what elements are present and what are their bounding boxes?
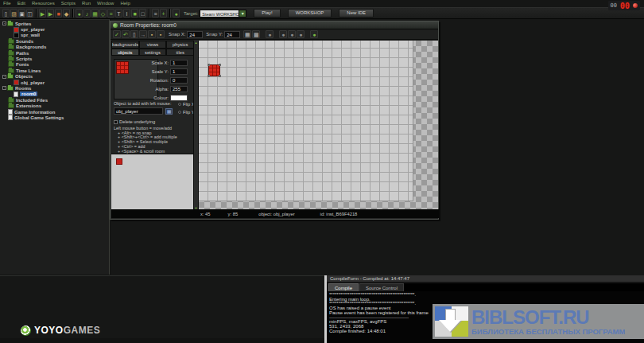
selection-handle[interactable] (219, 75, 221, 77)
flip-x-toggle[interactable]: Flip X (178, 102, 195, 107)
stop-icon[interactable]: ■ (55, 9, 62, 18)
create-font-icon[interactable]: T (115, 9, 122, 18)
tab-physics[interactable]: physics (166, 41, 194, 49)
create-path-icon[interactable]: ◇ (99, 9, 107, 18)
new-file-icon[interactable]: ▯ (2, 9, 10, 18)
rotation-input[interactable]: 0 (170, 77, 188, 84)
run-icon[interactable]: ▶ (39, 9, 46, 18)
target-select[interactable]: Steam WORKSHOP (200, 10, 239, 18)
menu-run[interactable]: Run (82, 1, 91, 6)
workshop-button[interactable]: WORKSHOP (288, 9, 332, 18)
colour-swatch[interactable] (170, 95, 188, 101)
menu-help[interactable]: Help (120, 1, 130, 6)
tree-item-extensions[interactable]: Extensions (0, 103, 109, 108)
create-sprite-icon[interactable]: ● (76, 9, 83, 18)
flip-y-toggle[interactable]: Flip Y (178, 110, 195, 115)
tree-item-scripts[interactable]: Scripts (0, 56, 109, 61)
open-project-icon[interactable]: ▨ (10, 9, 17, 18)
object-picker-icon[interactable]: ▦ (165, 108, 173, 115)
confirm-icon[interactable]: ✓ (113, 30, 121, 38)
tab-compile[interactable]: Compile (328, 283, 359, 291)
show-views-icon[interactable]: ● (297, 30, 305, 38)
package-icon[interactable]: ◆ (63, 9, 70, 18)
show-objects-icon[interactable]: ● (266, 30, 274, 38)
help-icon[interactable]: ● (173, 9, 180, 18)
snap-x-input[interactable]: 24 (187, 31, 203, 38)
add-resource-icon[interactable]: + (160, 9, 167, 18)
save-icon[interactable]: ▣ (18, 9, 25, 18)
lock-icon[interactable]: ▪ (148, 30, 156, 38)
new-ide-button[interactable]: New IDE (339, 9, 374, 18)
tree-item-included-files[interactable]: Included Files (0, 97, 109, 103)
tree-item-time-lines[interactable]: Time Lines (0, 68, 109, 73)
tab-tiles[interactable]: tiles (166, 49, 194, 57)
tree-item-paths[interactable]: Paths (0, 50, 109, 56)
debug-icon[interactable]: ▶ (47, 9, 54, 18)
create-script-icon[interactable]: ≡ (107, 9, 114, 18)
menu-window[interactable]: Window (97, 1, 114, 6)
tree-item-sprites[interactable]: - Sprites (0, 21, 109, 26)
play-button[interactable]: Play! (254, 9, 280, 18)
menu-file[interactable]: File (3, 1, 11, 6)
create-background-icon[interactable]: ▦ (91, 9, 99, 18)
selection-handle[interactable] (219, 64, 221, 66)
panel-scrollbar[interactable]: ▲ ▼ (193, 41, 198, 210)
placed-instance-obj-player[interactable] (208, 64, 220, 76)
selection-handle[interactable] (208, 64, 210, 66)
chevron-down-icon[interactable]: ▾ (239, 10, 246, 18)
unlock-icon[interactable]: ▪ (157, 30, 165, 38)
room-grid[interactable] (199, 41, 413, 201)
tree-item-objects[interactable]: - Objects (0, 74, 109, 80)
object-thumbnail[interactable] (116, 158, 122, 165)
collapse-icon[interactable]: - (2, 86, 6, 90)
menu-resources[interactable]: Resources (32, 1, 55, 6)
tree-item-obj-player[interactable]: obj_player (0, 80, 109, 85)
menu-edit[interactable]: Edit (17, 1, 25, 6)
create-timeline-icon[interactable]: I (123, 9, 130, 18)
scale-y-input[interactable]: 1 (170, 68, 188, 75)
object-list-area[interactable] (111, 154, 194, 210)
tab-backgrounds[interactable]: backgrounds (111, 41, 139, 49)
tab-objects[interactable]: objects (111, 49, 139, 57)
folder-icon (8, 39, 14, 44)
object-to-add-input[interactable]: obj_player (114, 107, 163, 115)
collapse-icon[interactable]: - (2, 21, 6, 25)
tree-item-sounds[interactable]: Sounds (0, 38, 109, 44)
download-arrow-icon (435, 306, 468, 337)
tab-source-control[interactable]: Source Control (359, 283, 404, 291)
tree-item-room0[interactable]: room0 (0, 92, 109, 97)
snap-y-input[interactable]: 24 (224, 31, 240, 38)
scroll-up-icon[interactable]: ▲ (194, 41, 198, 45)
show-backgrounds-icon[interactable]: ● (288, 30, 296, 38)
tree-item-global-game-settings[interactable]: Global Game Settings (0, 115, 109, 120)
tab-settings[interactable]: settings (139, 49, 167, 57)
delete-underlying-checkbox[interactable]: Delete underlying (114, 119, 155, 124)
tree-item-backgrounds[interactable]: Backgrounds (0, 45, 109, 50)
clear-room-icon[interactable]: ▯ (130, 30, 138, 38)
alpha-input[interactable]: 255 (170, 86, 188, 92)
undo-icon[interactable]: ↶ (122, 30, 130, 38)
scale-x-input[interactable]: 1 (170, 60, 188, 66)
collapse-icon[interactable]: - (2, 75, 6, 79)
checkbox-icon (114, 120, 118, 124)
create-room-icon[interactable]: □ (139, 9, 146, 18)
menu-scripts[interactable]: Scripts (61, 1, 76, 6)
list-icon[interactable]: ≡ (152, 9, 159, 18)
tree-item-spr-wall[interactable]: spr_wall (0, 33, 109, 38)
tree-item-spr-player[interactable]: spr_player (0, 26, 109, 32)
tree-item-game-information[interactable]: Game Information (0, 109, 109, 115)
create-sound-icon[interactable]: ♪ (83, 9, 91, 18)
create-object-icon[interactable]: ■ (131, 9, 138, 18)
grid-toggle-icon[interactable]: ▦ (243, 30, 251, 38)
shift-instances-icon[interactable]: → (139, 30, 147, 38)
tree-item-rooms[interactable]: - Rooms (0, 85, 109, 91)
iso-grid-toggle-icon[interactable]: ▩ (252, 30, 260, 38)
show-tiles-icon[interactable]: ● (279, 30, 287, 38)
room-settings-icon[interactable]: ● (310, 30, 318, 38)
tree-item-fonts[interactable]: Fonts (0, 62, 109, 68)
selection-handle[interactable] (208, 75, 210, 77)
room-canvas[interactable] (199, 41, 438, 210)
tab-views[interactable]: views (139, 41, 167, 49)
export-icon[interactable]: ◫ (26, 9, 33, 18)
room-window-titlebar[interactable]: Room Properties: room0 (111, 21, 438, 29)
